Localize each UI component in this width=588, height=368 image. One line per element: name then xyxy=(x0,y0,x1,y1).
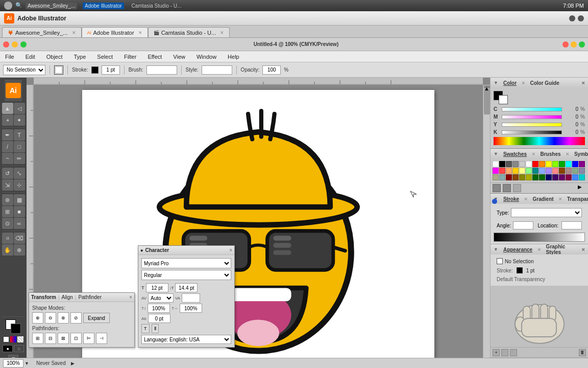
appearance-btn-3[interactable] xyxy=(510,349,517,356)
stroke-mode-btn[interactable]: □ xyxy=(14,345,24,352)
symbols-tab[interactable]: Symbols xyxy=(571,150,588,158)
swatch-olive[interactable] xyxy=(519,174,525,180)
pathfinder-divide[interactable]: ⊞ xyxy=(32,333,43,344)
font-style-select[interactable]: Regular xyxy=(141,270,231,280)
expand-button[interactable]: Expand xyxy=(83,313,110,323)
swatch-white[interactable] xyxy=(526,161,532,167)
bg-color-swatch[interactable] xyxy=(499,95,508,104)
color-tab[interactable]: Color xyxy=(500,79,520,87)
style-input[interactable] xyxy=(202,65,232,75)
zoom-button[interactable] xyxy=(578,15,584,21)
swatch-black[interactable] xyxy=(499,161,505,167)
kerning-select[interactable]: Auto xyxy=(148,293,174,303)
pen-tool[interactable]: ✒ xyxy=(2,129,13,141)
swatch-lavender[interactable] xyxy=(546,168,552,174)
shape-mode-exclude[interactable]: ⊘ xyxy=(70,312,82,324)
swatch-gold[interactable] xyxy=(512,168,519,174)
scroll-up-arrow[interactable]: ▲ xyxy=(484,85,490,88)
paintbrush-tool[interactable]: ~ xyxy=(2,153,13,164)
swatch-lt-green[interactable] xyxy=(526,168,532,174)
scale-tool[interactable]: ⤡ xyxy=(14,168,25,179)
max-btn[interactable] xyxy=(579,41,585,48)
leading-input[interactable] xyxy=(175,283,198,292)
close-btn[interactable] xyxy=(562,41,569,48)
character-tab[interactable]: Character xyxy=(145,247,169,253)
swatch-teal[interactable] xyxy=(532,168,538,174)
swatch-indigo[interactable] xyxy=(552,174,558,180)
min-btn[interactable] xyxy=(571,41,577,48)
appearance-add-item-btn[interactable]: + xyxy=(493,349,500,356)
gradient-tab[interactable]: Gradient xyxy=(529,195,556,203)
swatch-dk-red[interactable] xyxy=(506,174,512,180)
menu-edit[interactable]: Edit xyxy=(23,53,37,61)
magic-wand-tool[interactable]: ✦ xyxy=(14,114,25,126)
direct-selection-tool[interactable]: ◁ xyxy=(14,103,25,114)
vertical-scroll-thumb[interactable] xyxy=(484,89,490,114)
menu-type[interactable]: Type xyxy=(72,53,88,61)
window-max-button[interactable] xyxy=(20,41,27,48)
rotate-tool[interactable]: ↺ xyxy=(2,168,13,179)
pathfinder-tab[interactable]: Pathfinder xyxy=(78,294,102,300)
swatch-salmon[interactable] xyxy=(506,168,512,174)
zoom-input[interactable] xyxy=(3,359,23,367)
yellow-slider[interactable] xyxy=(502,123,562,127)
shape-mode-intersect[interactable]: ⊗ xyxy=(58,312,69,324)
swatch-brown[interactable] xyxy=(559,168,565,174)
selection-tool[interactable]: ▲ xyxy=(2,103,13,114)
font-family-select[interactable]: Myriad Pro xyxy=(141,258,231,268)
swatch-red[interactable] xyxy=(532,161,538,167)
swatch-aqua[interactable] xyxy=(579,174,585,180)
stroke-type-select[interactable] xyxy=(511,208,582,217)
appearance-btn-2[interactable] xyxy=(501,349,508,356)
swatch-mauve[interactable] xyxy=(566,168,572,174)
brush-input[interactable] xyxy=(146,65,177,75)
stroke-color-appearance-swatch[interactable] xyxy=(517,267,523,273)
swatch-forest[interactable] xyxy=(532,174,538,180)
swatch-lt-gray[interactable] xyxy=(519,161,525,167)
warp-tool[interactable]: ⇲ xyxy=(2,179,13,191)
stroke-tab[interactable]: Stroke xyxy=(500,195,522,203)
swatch-magenta[interactable] xyxy=(493,168,499,174)
h-scale-input[interactable] xyxy=(180,304,202,313)
swatch-yellow[interactable] xyxy=(546,161,552,167)
tracking-input[interactable] xyxy=(182,293,200,303)
transparency-tab[interactable]: Transparency xyxy=(564,195,588,203)
window-close-button[interactable] xyxy=(3,41,9,48)
tab-camtasia[interactable]: 🎬 Camtasia Studio - U... ✕ xyxy=(148,27,230,37)
rect-tool[interactable]: □ xyxy=(14,141,25,152)
swatch-lt-red[interactable] xyxy=(499,168,505,174)
lasso-tool[interactable]: ⌖ xyxy=(2,114,13,126)
swatch-rust[interactable] xyxy=(512,174,519,180)
character-close-btn[interactable]: × xyxy=(229,247,232,253)
apple-icon[interactable] xyxy=(4,2,12,10)
cyan-slider[interactable] xyxy=(502,107,562,111)
swatch-dark-green[interactable] xyxy=(539,174,545,180)
swatches-menu-btn[interactable]: ▶ xyxy=(578,184,586,192)
status-arrow-btn[interactable]: ▶ xyxy=(71,361,75,366)
angle-input[interactable] xyxy=(513,221,533,229)
black-slider[interactable] xyxy=(502,130,562,134)
shape-mode-add[interactable]: ⊕ xyxy=(32,312,43,324)
opacity-input[interactable] xyxy=(262,65,281,75)
menu-view[interactable]: View xyxy=(171,53,187,61)
zoom-dropdown-btn[interactable]: ▼ xyxy=(24,361,29,366)
swatch-lt-olive[interactable] xyxy=(526,174,532,180)
tab-adobe-illustrator[interactable]: Ai Adobe Illustrator ✕ xyxy=(82,27,148,37)
fg-bg-swatches[interactable] xyxy=(494,91,508,104)
gradient-tool[interactable]: ■ xyxy=(14,206,25,217)
menu-object[interactable]: Object xyxy=(44,53,65,61)
location-input[interactable] xyxy=(561,221,582,229)
transform-tab[interactable]: Transform xyxy=(31,294,56,300)
swatch-navy[interactable] xyxy=(546,174,552,180)
hand-tool[interactable]: ✋ xyxy=(2,244,13,256)
window-min-button[interactable] xyxy=(12,41,18,48)
zoom-tool[interactable]: ⊕ xyxy=(14,244,25,256)
swatch-green[interactable] xyxy=(559,161,565,167)
selection-type-dropdown[interactable]: No Selection xyxy=(3,65,45,75)
color-guide-tab[interactable]: Color Guide xyxy=(527,79,562,87)
menu-window[interactable]: Window xyxy=(194,53,218,61)
font-size-input[interactable] xyxy=(146,283,168,292)
shape-mode-minus[interactable]: ⊖ xyxy=(45,312,56,324)
menu-file[interactable]: File xyxy=(3,53,16,61)
appearance-tab[interactable]: Appearance xyxy=(500,246,535,254)
